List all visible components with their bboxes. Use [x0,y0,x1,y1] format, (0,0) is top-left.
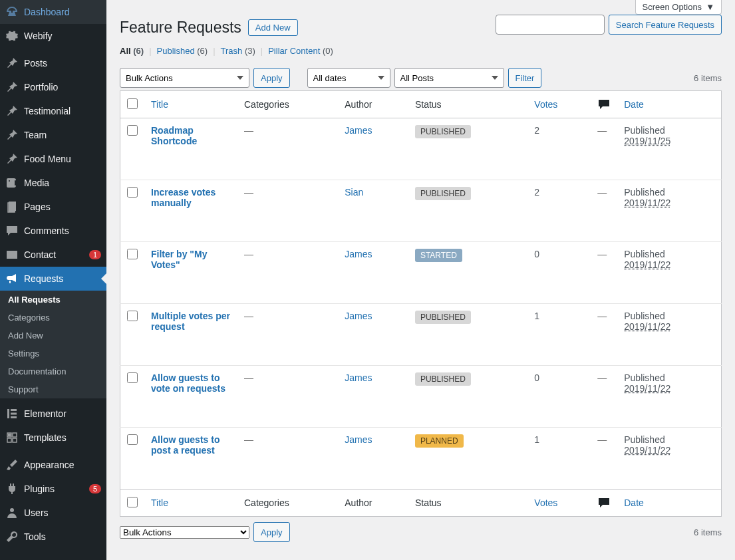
row-author-link[interactable]: James [345,311,372,321]
row-pub-label: Published [624,125,714,136]
sidebar-item-contact[interactable]: Contact1 [0,243,106,267]
sidebar-item-comments[interactable]: Comments [0,219,106,243]
screen-options-toggle[interactable]: Screen Options ▼ [635,0,722,15]
col-title[interactable]: Title [144,91,237,118]
apply-bulk-button-bottom[interactable]: Apply [253,522,290,542]
sidebar-item-label: Users [24,507,101,518]
col-categories: Categories [237,91,338,118]
row-title-link[interactable]: Roadmap Shortcode [151,125,197,146]
sidebar-item-users[interactable]: Users [0,501,106,525]
filter-published[interactable]: Published (6) [157,46,208,56]
row-title-link[interactable]: Allow guests to vote on requests [151,372,225,394]
table-row: Allow guests to vote on requests — James… [120,366,722,428]
submenu-item-all-requests[interactable]: All Requests [0,291,106,309]
submenu: All RequestsCategoriesAdd NewSettingsDoc… [0,291,106,398]
row-checkbox[interactable] [127,187,138,198]
select-all-checkbox-foot[interactable] [127,497,138,507]
row-author-link[interactable]: James [345,372,372,383]
submenu-item-settings[interactable]: Settings [0,345,106,362]
sidebar-item-team[interactable]: Team [0,123,106,147]
sidebar-item-label: Elementor [24,408,101,419]
row-checkbox[interactable] [127,249,138,259]
row-title-link[interactable]: Increase votes manually [151,187,216,208]
col-votes[interactable]: Votes [527,91,591,118]
row-date: 2019/11/22 [624,383,670,394]
apply-bulk-button[interactable]: Apply [253,68,290,88]
sidebar-item-requests[interactable]: Requests [0,267,106,291]
comment-icon [597,98,611,111]
row-votes: 0 [527,242,591,304]
filter-all[interactable]: All (6) [120,46,144,56]
sidebar-item-pages[interactable]: Pages [0,195,106,219]
row-comments: — [597,187,607,198]
row-author-link[interactable]: James [345,125,372,136]
row-date: 2019/11/22 [624,259,670,270]
mail-icon [5,248,19,261]
sidebar-item-label: Portfolio [24,82,101,92]
bulk-actions-select-bottom[interactable]: Bulk Actions [120,526,249,539]
sidebar-item-label: Plugins [24,484,86,494]
sidebar-item-webify[interactable]: Webify [0,24,106,48]
filter-trash[interactable]: Trash (3) [221,46,255,56]
brush-icon [5,458,19,472]
row-author-link[interactable]: James [345,249,372,259]
items-count-top: 6 items [694,73,722,83]
col-comments[interactable] [591,91,617,118]
row-checkbox[interactable] [127,434,138,445]
row-title-link[interactable]: Multiple votes per request [151,311,230,332]
sidebar-item-food-menu[interactable]: Food Menu [0,147,106,171]
pin-icon [5,128,19,142]
sidebar-item-dashboard[interactable]: Dashboard [0,0,106,24]
sidebar-item-label: Requests [24,273,101,284]
bulk-actions-select[interactable]: Bulk Actions [120,68,249,88]
col-comments-foot[interactable] [591,490,617,517]
sidebar-item-appearance[interactable]: Appearance [0,453,106,477]
date-filter-select[interactable]: All dates [307,68,390,88]
row-author-link[interactable]: Sian [345,187,363,198]
sidebar-item-posts[interactable]: Posts [0,51,106,75]
filter-pillar[interactable]: Pillar Content (0) [268,46,333,56]
row-title-link[interactable]: Allow guests to post a request [151,434,220,456]
requests-table: Title Categories Author Status Votes Dat… [120,90,722,517]
templates-icon [5,431,19,444]
filter-button[interactable]: Filter [508,68,542,88]
submenu-item-support[interactable]: Support [0,380,106,398]
table-row: Filter by "My Votes" — James STARTED 0 —… [120,242,722,304]
search-button[interactable]: Search Feature Requests [609,15,722,35]
submenu-item-add-new[interactable]: Add New [0,327,106,345]
col-date[interactable]: Date [617,91,721,118]
col-votes-foot[interactable]: Votes [527,490,591,517]
post-filter-select[interactable]: All Posts [394,68,504,88]
pin-icon [5,152,19,166]
row-checkbox[interactable] [127,372,138,383]
search-input[interactable] [496,15,605,35]
add-new-button[interactable]: Add New [248,19,298,36]
row-comments: — [597,311,607,321]
row-pub-label: Published [624,249,714,259]
status-filter-links: All (6) | Published (6) | Trash (3) | Pi… [120,46,333,56]
col-title-foot[interactable]: Title [144,490,237,517]
submenu-item-documentation[interactable]: Documentation [0,362,106,380]
screen-options-label: Screen Options [643,2,702,12]
sidebar-item-tools[interactable]: Tools [0,525,106,549]
row-title-link[interactable]: Filter by "My Votes" [151,249,207,270]
row-pub-label: Published [624,187,714,198]
submenu-item-categories[interactable]: Categories [0,309,106,327]
sidebar-item-media[interactable]: Media [0,171,106,195]
sidebar-item-templates[interactable]: Templates [0,426,106,450]
sidebar-item-plugins[interactable]: Plugins5 [0,477,106,501]
row-author-link[interactable]: James [345,434,372,445]
sidebar-item-elementor[interactable]: Elementor [0,402,106,426]
row-categories: — [244,187,253,198]
select-all-checkbox[interactable] [127,98,138,109]
sidebar-item-label: Contact [24,249,86,260]
svg-rect-1 [9,202,16,211]
col-categories-foot: Categories [237,490,338,517]
sidebar-item-portfolio[interactable]: Portfolio [0,75,106,99]
row-checkbox[interactable] [127,311,138,321]
row-votes: 0 [527,366,591,428]
items-count-bottom: 6 items [694,527,722,537]
col-date-foot[interactable]: Date [617,490,721,517]
sidebar-item-testimonial[interactable]: Testimonial [0,99,106,123]
row-checkbox[interactable] [127,125,138,136]
